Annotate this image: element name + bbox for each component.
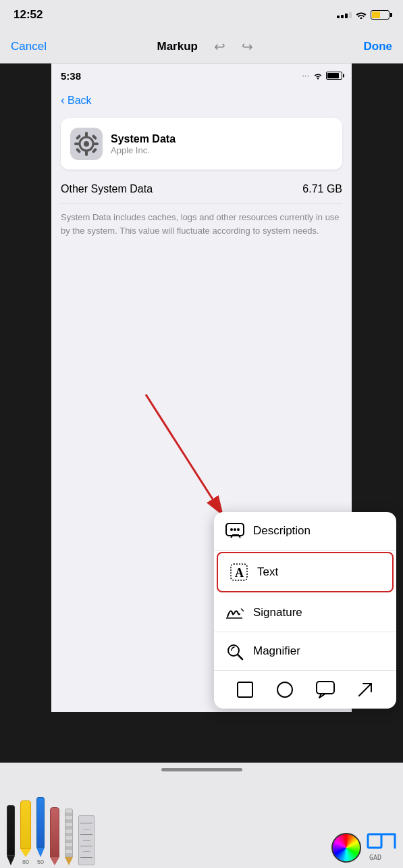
svg-rect-24	[368, 834, 381, 848]
screenshot-container: 5:38 ··· ‹ Back	[0, 63, 403, 796]
menu-item-magnifier[interactable]: Magnifier	[214, 632, 396, 670]
crop-tool-button[interactable]: GAD	[367, 833, 396, 863]
signature-label: Signature	[253, 606, 302, 619]
signature-icon	[225, 603, 245, 623]
inner-icons: ···	[302, 72, 342, 80]
app-name: System Data	[111, 133, 176, 145]
svg-rect-21	[238, 682, 252, 697]
text-icon: A	[229, 562, 249, 582]
shape-speech-bubble[interactable]	[315, 679, 336, 700]
popup-tail	[362, 707, 376, 709]
app-info: System Data Apple Inc.	[111, 133, 176, 155]
cancel-button[interactable]: Cancel	[11, 40, 47, 53]
handle-bar	[161, 768, 242, 771]
ruler-tool[interactable]	[78, 815, 95, 865]
svg-rect-23	[317, 682, 334, 694]
wifi-icon	[355, 9, 367, 21]
back-label: Back	[68, 95, 92, 107]
color-wheel-button[interactable]	[331, 833, 361, 863]
inner-battery-icon	[326, 72, 342, 80]
status-bar: 12:52	[0, 0, 403, 30]
svg-point-15	[234, 528, 236, 531]
inner-time: 5:38	[61, 70, 81, 82]
blue-pen-number: 50	[37, 859, 44, 865]
black-pen-tool[interactable]	[7, 805, 15, 865]
storage-value: 6.71 GB	[302, 183, 342, 195]
status-icons	[337, 9, 389, 21]
svg-rect-3	[85, 132, 88, 137]
signal-icon	[337, 12, 352, 18]
inner-wifi-icon	[313, 72, 323, 80]
app-card: System Data Apple Inc.	[61, 118, 342, 170]
menu-item-signature[interactable]: Signature	[214, 594, 396, 632]
done-button[interactable]: Done	[363, 40, 392, 53]
eraser-tool[interactable]	[50, 807, 59, 865]
shapes-row	[214, 670, 396, 709]
blue-pen-tool[interactable]: 50	[36, 797, 45, 865]
svg-point-14	[230, 528, 233, 531]
toolbar-title-group: Markup ↩ ↪	[157, 39, 252, 55]
svg-text:A: A	[235, 566, 244, 580]
text-label: Text	[257, 565, 278, 579]
svg-point-16	[237, 528, 240, 531]
popup-menu: Description A Text Signature	[214, 512, 396, 709]
menu-item-text[interactable]: A Text	[217, 552, 394, 592]
svg-text:GAD: GAD	[369, 854, 381, 861]
pencil-tool[interactable]	[65, 809, 73, 865]
svg-line-12	[146, 394, 223, 516]
app-company: Apple Inc.	[111, 145, 176, 155]
svg-rect-5	[74, 143, 80, 145]
storage-description: System Data includes caches, logs and ot…	[61, 211, 342, 237]
redo-button[interactable]: ↪	[242, 39, 253, 55]
undo-button[interactable]: ↩	[214, 39, 225, 55]
inner-status-bar: 5:38 ···	[51, 63, 352, 88]
yellow-highlighter-tool[interactable]: 80	[20, 800, 31, 865]
shape-circle[interactable]	[274, 679, 296, 700]
description-icon	[225, 521, 245, 541]
description-label: Description	[253, 524, 311, 538]
highlighter-number: 80	[22, 859, 29, 865]
svg-rect-6	[93, 143, 99, 145]
svg-point-2	[84, 141, 89, 147]
inner-signal-icon: ···	[302, 72, 310, 80]
magnifier-label: Magnifier	[253, 644, 300, 658]
battery-icon	[371, 10, 389, 20]
markup-toolbar: Cancel Markup ↩ ↪ Done	[0, 30, 403, 63]
menu-item-description[interactable]: Description	[214, 512, 396, 551]
storage-row: Other System Data 6.71 GB	[61, 175, 342, 204]
bottom-toolbar: 80 50	[0, 763, 403, 868]
back-button[interactable]: ‹ Back	[51, 88, 352, 113]
back-chevron-icon: ‹	[61, 93, 65, 107]
magnifier-icon	[225, 641, 245, 661]
svg-point-22	[277, 682, 292, 697]
tools-row: 80 50	[0, 777, 403, 868]
shape-arrow[interactable]	[354, 679, 376, 700]
svg-rect-4	[85, 151, 88, 156]
storage-label: Other System Data	[61, 183, 153, 195]
toolbar-title: Markup	[157, 40, 197, 53]
status-time: 12:52	[14, 8, 43, 22]
shape-square[interactable]	[234, 679, 256, 700]
app-icon	[70, 128, 103, 160]
